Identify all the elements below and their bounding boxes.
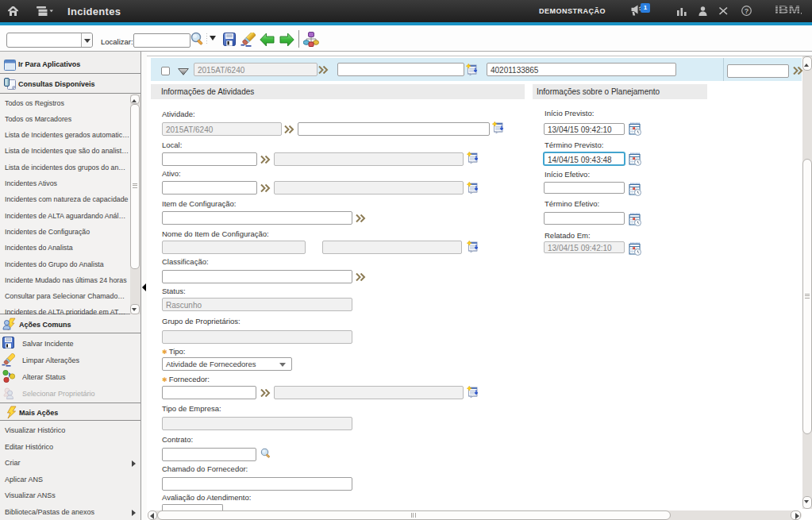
svg-text:IBM: IBM <box>775 5 800 14</box>
svg-text:?: ? <box>745 7 749 15</box>
